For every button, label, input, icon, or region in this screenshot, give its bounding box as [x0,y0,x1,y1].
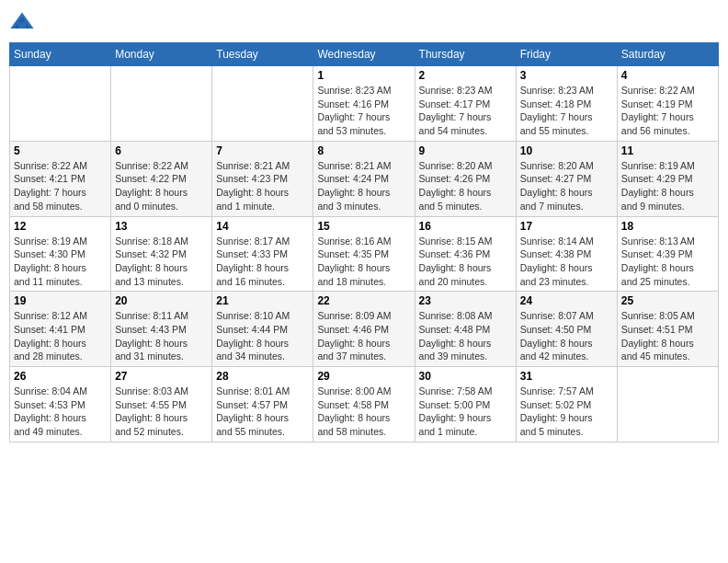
day-info: Sunrise: 8:20 AM Sunset: 4:27 PM Dayligh… [520,159,613,213]
day-info: Sunrise: 8:01 AM Sunset: 4:57 PM Dayligh… [216,385,309,439]
calendar-cell: 25Sunrise: 8:05 AM Sunset: 4:51 PM Dayli… [617,292,718,367]
day-number: 22 [317,294,410,307]
day-info: Sunrise: 8:21 AM Sunset: 4:23 PM Dayligh… [216,159,309,213]
day-number: 31 [520,370,613,383]
day-info: Sunrise: 8:14 AM Sunset: 4:38 PM Dayligh… [520,235,613,289]
calendar-cell: 28Sunrise: 8:01 AM Sunset: 4:57 PM Dayli… [212,367,313,442]
day-info: Sunrise: 8:23 AM Sunset: 4:17 PM Dayligh… [419,84,512,138]
day-info: Sunrise: 8:08 AM Sunset: 4:48 PM Dayligh… [419,309,512,363]
day-info: Sunrise: 8:18 AM Sunset: 4:32 PM Dayligh… [115,235,208,289]
day-info: Sunrise: 8:22 AM Sunset: 4:22 PM Dayligh… [115,159,208,213]
calendar-cell: 27Sunrise: 8:03 AM Sunset: 4:55 PM Dayli… [111,367,212,442]
calendar-cell: 19Sunrise: 8:12 AM Sunset: 4:41 PM Dayli… [10,292,111,367]
day-info: Sunrise: 8:19 AM Sunset: 4:29 PM Dayligh… [621,159,714,213]
calendar-cell [617,367,718,442]
week-row-2: 12Sunrise: 8:19 AM Sunset: 4:30 PM Dayli… [10,216,719,292]
calendar-cell: 30Sunrise: 7:58 AM Sunset: 5:00 PM Dayli… [415,367,516,442]
day-number: 8 [317,144,410,157]
calendar: SundayMondayTuesdayWednesdayThursdayFrid… [9,42,719,442]
calendar-cell: 4Sunrise: 8:22 AM Sunset: 4:19 PM Daylig… [617,66,718,142]
weekday-header-sunday: Sunday [10,43,111,66]
calendar-cell [212,66,313,142]
calendar-cell: 18Sunrise: 8:13 AM Sunset: 4:39 PM Dayli… [617,216,718,292]
day-number: 2 [419,69,512,82]
calendar-cell: 15Sunrise: 8:16 AM Sunset: 4:35 PM Dayli… [313,216,415,292]
calendar-cell: 8Sunrise: 8:21 AM Sunset: 4:24 PM Daylig… [313,141,415,216]
day-info: Sunrise: 8:16 AM Sunset: 4:35 PM Dayligh… [317,235,410,289]
logo [9,9,39,35]
day-number: 26 [14,370,107,383]
day-number: 7 [216,144,309,157]
calendar-cell: 21Sunrise: 8:10 AM Sunset: 4:44 PM Dayli… [212,292,313,367]
calendar-cell: 6Sunrise: 8:22 AM Sunset: 4:22 PM Daylig… [111,141,212,216]
weekday-header-row: SundayMondayTuesdayWednesdayThursdayFrid… [10,43,719,66]
calendar-cell [111,66,212,142]
week-row-4: 26Sunrise: 8:04 AM Sunset: 4:53 PM Dayli… [10,367,719,442]
day-number: 4 [621,69,714,82]
day-info: Sunrise: 8:11 AM Sunset: 4:43 PM Dayligh… [115,309,208,363]
calendar-cell: 16Sunrise: 8:15 AM Sunset: 4:36 PM Dayli… [415,216,516,292]
day-info: Sunrise: 8:00 AM Sunset: 4:58 PM Dayligh… [317,385,410,439]
day-info: Sunrise: 8:19 AM Sunset: 4:30 PM Dayligh… [14,235,107,289]
calendar-cell: 5Sunrise: 8:22 AM Sunset: 4:21 PM Daylig… [10,141,111,216]
day-number: 27 [115,370,208,383]
svg-rect-2 [18,22,26,29]
day-number: 9 [419,144,512,157]
day-number: 18 [621,220,714,233]
weekday-header-wednesday: Wednesday [313,43,415,66]
calendar-cell: 26Sunrise: 8:04 AM Sunset: 4:53 PM Dayli… [10,367,111,442]
day-number: 11 [621,144,714,157]
weekday-header-monday: Monday [111,43,212,66]
week-row-3: 19Sunrise: 8:12 AM Sunset: 4:41 PM Dayli… [10,292,719,367]
day-info: Sunrise: 7:57 AM Sunset: 5:02 PM Dayligh… [520,385,613,439]
day-info: Sunrise: 8:22 AM Sunset: 4:19 PM Dayligh… [621,84,714,138]
day-info: Sunrise: 8:22 AM Sunset: 4:21 PM Dayligh… [14,159,107,213]
calendar-cell: 7Sunrise: 8:21 AM Sunset: 4:23 PM Daylig… [212,141,313,216]
day-info: Sunrise: 8:07 AM Sunset: 4:50 PM Dayligh… [520,309,613,363]
weekday-header-saturday: Saturday [617,43,718,66]
day-info: Sunrise: 7:58 AM Sunset: 5:00 PM Dayligh… [419,385,512,439]
day-info: Sunrise: 8:17 AM Sunset: 4:33 PM Dayligh… [216,235,309,289]
day-info: Sunrise: 8:23 AM Sunset: 4:18 PM Dayligh… [520,84,613,138]
weekday-header-friday: Friday [516,43,617,66]
day-number: 30 [419,370,512,383]
weekday-header-thursday: Thursday [415,43,516,66]
day-number: 15 [317,220,410,233]
calendar-cell: 31Sunrise: 7:57 AM Sunset: 5:02 PM Dayli… [516,367,617,442]
day-info: Sunrise: 8:03 AM Sunset: 4:55 PM Dayligh… [115,385,208,439]
calendar-cell: 2Sunrise: 8:23 AM Sunset: 4:17 PM Daylig… [415,66,516,142]
weekday-header-tuesday: Tuesday [212,43,313,66]
day-info: Sunrise: 8:10 AM Sunset: 4:44 PM Dayligh… [216,309,309,363]
calendar-cell: 22Sunrise: 8:09 AM Sunset: 4:46 PM Dayli… [313,292,415,367]
calendar-cell: 1Sunrise: 8:23 AM Sunset: 4:16 PM Daylig… [313,66,415,142]
day-number: 5 [14,144,107,157]
day-number: 25 [621,294,714,307]
day-number: 3 [520,69,613,82]
day-number: 1 [317,69,410,82]
day-info: Sunrise: 8:21 AM Sunset: 4:24 PM Dayligh… [317,159,410,213]
day-info: Sunrise: 8:04 AM Sunset: 4:53 PM Dayligh… [14,385,107,439]
day-number: 6 [115,144,208,157]
day-number: 24 [520,294,613,307]
day-number: 29 [317,370,410,383]
calendar-cell: 20Sunrise: 8:11 AM Sunset: 4:43 PM Dayli… [111,292,212,367]
day-info: Sunrise: 8:23 AM Sunset: 4:16 PM Dayligh… [317,84,410,138]
calendar-cell: 14Sunrise: 8:17 AM Sunset: 4:33 PM Dayli… [212,216,313,292]
day-number: 14 [216,220,309,233]
calendar-cell: 17Sunrise: 8:14 AM Sunset: 4:38 PM Dayli… [516,216,617,292]
calendar-cell: 12Sunrise: 8:19 AM Sunset: 4:30 PM Dayli… [10,216,111,292]
logo-icon [9,9,35,35]
day-number: 23 [419,294,512,307]
calendar-cell: 10Sunrise: 8:20 AM Sunset: 4:27 PM Dayli… [516,141,617,216]
calendar-cell: 13Sunrise: 8:18 AM Sunset: 4:32 PM Dayli… [111,216,212,292]
header [9,9,719,35]
calendar-cell [10,66,111,142]
day-number: 21 [216,294,309,307]
day-info: Sunrise: 8:20 AM Sunset: 4:26 PM Dayligh… [419,159,512,213]
calendar-cell: 3Sunrise: 8:23 AM Sunset: 4:18 PM Daylig… [516,66,617,142]
calendar-cell: 11Sunrise: 8:19 AM Sunset: 4:29 PM Dayli… [617,141,718,216]
calendar-cell: 29Sunrise: 8:00 AM Sunset: 4:58 PM Dayli… [313,367,415,442]
day-number: 13 [115,220,208,233]
day-number: 12 [14,220,107,233]
page: SundayMondayTuesdayWednesdayThursdayFrid… [0,0,728,563]
